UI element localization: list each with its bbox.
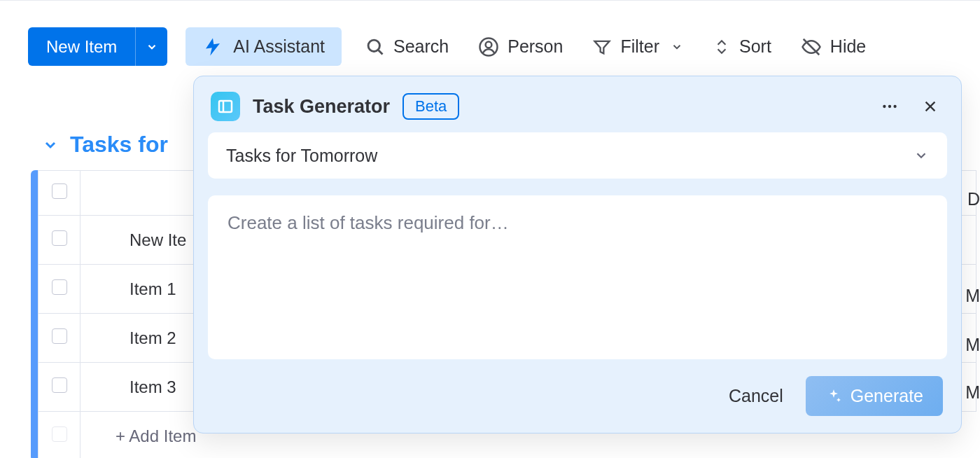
svg-line-1 xyxy=(379,50,383,54)
item-name: Item 1 xyxy=(94,279,176,298)
person-button[interactable]: Person xyxy=(472,32,568,62)
cutoff-letter: M xyxy=(965,286,980,306)
chevron-down-icon xyxy=(913,148,929,163)
row-checkbox[interactable] xyxy=(52,328,67,344)
hide-button[interactable]: Hide xyxy=(795,32,872,62)
item-name: Item 3 xyxy=(94,377,176,396)
svg-point-9 xyxy=(893,105,896,108)
sparkle-icon xyxy=(825,388,842,405)
row-checkbox[interactable] xyxy=(52,183,67,199)
sort-icon xyxy=(713,38,731,56)
ai-icon xyxy=(202,36,223,57)
chevron-down-icon xyxy=(42,137,59,153)
cutoff-letter: M xyxy=(965,335,980,355)
item-name: New Ite xyxy=(94,230,186,249)
toolbar: New Item AI Assistant Search Person Filt… xyxy=(0,0,980,70)
prompt-field[interactable] xyxy=(208,195,947,359)
person-icon xyxy=(478,36,499,57)
task-generator-icon xyxy=(211,92,240,121)
person-label: Person xyxy=(507,36,563,57)
cancel-button[interactable]: Cancel xyxy=(724,385,788,407)
new-item-group: New Item xyxy=(28,27,167,66)
ai-assistant-label: AI Assistant xyxy=(233,36,325,57)
add-item-label: + Add Item xyxy=(94,426,196,445)
popover-footer: Cancel Generate xyxy=(208,359,947,417)
prompt-input[interactable] xyxy=(226,211,929,344)
group-title: Tasks for xyxy=(70,132,168,158)
more-horizontal-icon xyxy=(881,97,899,116)
group-color-bar xyxy=(31,170,38,458)
search-button[interactable]: Search xyxy=(360,32,454,61)
svg-point-7 xyxy=(883,105,886,108)
generate-label: Generate xyxy=(850,386,923,406)
filter-button[interactable]: Filter xyxy=(587,32,689,61)
hide-icon xyxy=(801,36,822,57)
target-group-select[interactable]: Tasks for Tomorrow xyxy=(208,132,947,179)
filter-icon xyxy=(592,37,612,57)
beta-badge: Beta xyxy=(402,93,459,120)
svg-rect-5 xyxy=(219,101,232,112)
row-checkbox[interactable] xyxy=(52,230,67,246)
row-checkbox[interactable] xyxy=(52,279,67,295)
svg-point-0 xyxy=(368,40,379,51)
generate-button[interactable]: Generate xyxy=(806,376,943,416)
new-item-dropdown[interactable] xyxy=(135,27,167,66)
close-button[interactable] xyxy=(916,92,944,120)
search-icon xyxy=(365,37,385,57)
search-label: Search xyxy=(393,36,449,57)
svg-point-8 xyxy=(888,105,891,108)
item-name: Item 2 xyxy=(94,328,176,347)
popover-header: Task Generator Beta xyxy=(208,89,947,132)
ai-assistant-button[interactable]: AI Assistant xyxy=(186,27,342,66)
row-checkbox[interactable] xyxy=(52,426,67,442)
cutoff-letter: M xyxy=(965,382,980,403)
sort-button[interactable]: Sort xyxy=(707,32,777,61)
cutoff-letter: D xyxy=(967,189,980,209)
more-button[interactable] xyxy=(876,92,904,120)
task-generator-popover: Task Generator Beta Tasks for Tomorrow C… xyxy=(193,76,962,433)
sort-label: Sort xyxy=(739,36,771,57)
filter-label: Filter xyxy=(620,36,659,57)
hide-label: Hide xyxy=(830,36,866,57)
row-checkbox[interactable] xyxy=(52,377,67,393)
chevron-down-icon xyxy=(671,41,683,53)
select-value: Tasks for Tomorrow xyxy=(226,146,377,166)
new-item-button[interactable]: New Item xyxy=(28,27,135,66)
chevron-down-icon xyxy=(146,41,158,53)
close-icon xyxy=(923,99,938,114)
popover-title: Task Generator xyxy=(253,96,390,118)
svg-point-3 xyxy=(486,41,492,48)
